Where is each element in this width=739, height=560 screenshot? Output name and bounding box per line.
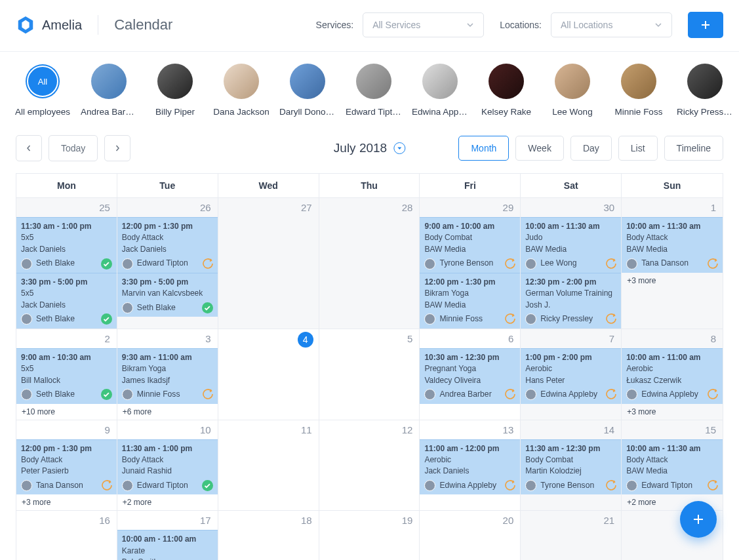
prev-button[interactable] xyxy=(16,135,42,161)
employee-item[interactable]: Edwina Appleby xyxy=(416,64,464,117)
calendar-day[interactable]: 11 xyxy=(218,420,319,511)
calendar-day[interactable]: 19 xyxy=(319,511,420,560)
calendar-event[interactable]: 11:00 am - 12:00 pmAerobicJack DanielsEd… xyxy=(420,439,520,495)
calendar-event[interactable]: 11:30 am - 12:30 pmBody CombatMartin Kol… xyxy=(521,439,621,495)
calendar-day[interactable]: 27 xyxy=(218,198,319,329)
employee-mini-avatar xyxy=(122,389,133,400)
employee-item[interactable]: Kelsey Rake xyxy=(482,64,530,117)
calendar-day[interactable]: 28 xyxy=(319,198,420,329)
event-client: Bob Smith xyxy=(122,557,213,560)
day-number: 12 xyxy=(319,420,420,439)
calendar-event[interactable]: 10:00 am - 11:00 amKarateBob Smith xyxy=(117,530,218,560)
calendar-day[interactable]: 1411:30 am - 12:30 pmBody CombatMartin K… xyxy=(521,420,622,511)
employee-mini-avatar xyxy=(122,258,133,270)
calendar-day[interactable]: 2612:00 pm - 1:30 pmBody AttackJack Dani… xyxy=(117,198,218,329)
calendar-day[interactable]: 1710:00 am - 11:00 amKarateBob Smith xyxy=(117,511,218,560)
employee-item[interactable]: Lee Wong xyxy=(548,64,597,117)
locations-select[interactable]: All Locations xyxy=(551,12,672,37)
more-events-link[interactable]: +3 more xyxy=(622,404,723,420)
more-events-link[interactable]: +2 more xyxy=(117,494,218,510)
period-text: July 2018 xyxy=(334,141,387,155)
event-title: Aerobic xyxy=(525,363,616,374)
calendar-event[interactable]: 12:00 pm - 1:30 pmBikram YogaBAW MediaMi… xyxy=(420,273,520,329)
more-events-link[interactable]: +3 more xyxy=(16,494,117,510)
calendar-day[interactable]: 18 xyxy=(218,511,319,560)
more-events-link[interactable]: +10 more xyxy=(16,404,117,420)
view-tab-month[interactable]: Month xyxy=(458,136,509,161)
period-dropdown[interactable] xyxy=(393,142,405,154)
calendar-event[interactable]: 10:00 am - 11:00 amAerobicŁukasz Czerwik… xyxy=(622,348,723,404)
calendar-day[interactable]: 2511:30 am - 1:00 pm5x5Jack DanielsSeth … xyxy=(16,198,117,329)
employee-item[interactable]: Ricky Pressley xyxy=(681,64,729,117)
today-button[interactable]: Today xyxy=(49,135,98,161)
event-employee: Minnie Foss xyxy=(137,389,198,401)
calendar-day[interactable]: 20 xyxy=(420,511,521,560)
calendar-event[interactable]: 3:30 pm - 5:00 pmMarvin van KalcvsbeekSe… xyxy=(117,273,218,317)
add-button[interactable] xyxy=(688,12,723,38)
view-tab-list[interactable]: List xyxy=(618,136,658,161)
event-time: 10:30 am - 12:30 pm xyxy=(424,352,515,363)
calendar-day[interactable]: 39:30 am - 11:00 amBikram YogaJames Ikad… xyxy=(117,329,218,420)
event-title: Body Combat xyxy=(424,232,515,243)
event-employee: Seth Blake xyxy=(36,258,97,270)
view-tab-timeline[interactable]: Timeline xyxy=(664,136,723,161)
calendar-day[interactable]: 12 xyxy=(319,420,420,511)
employee-item[interactable]: Edward Tipton xyxy=(350,64,398,117)
employee-item[interactable]: Dana Jackson xyxy=(217,64,266,117)
more-events-link[interactable]: +3 more xyxy=(622,273,723,289)
calendar-event[interactable]: 12:00 pm - 1:30 pmBody AttackJack Daniel… xyxy=(117,217,218,273)
calendar-grid: MonTueWedThuFriSatSun 2511:30 am - 1:00 … xyxy=(16,173,723,560)
event-time: 11:30 am - 12:30 pm xyxy=(525,443,616,454)
employee-item[interactable]: Andrea Barber xyxy=(85,64,133,117)
calendar-day[interactable]: 810:00 am - 11:00 amAerobicŁukasz Czerwi… xyxy=(622,329,723,420)
employee-item[interactable]: Billy Piper xyxy=(151,64,199,117)
calendar-day[interactable]: 1311:00 am - 12:00 pmAerobicJack Daniels… xyxy=(420,420,521,511)
calendar-day[interactable]: 29:00 am - 10:30 am5x5Bill MallockSeth B… xyxy=(16,329,117,420)
logo[interactable]: Amelia xyxy=(16,15,82,35)
employee-item[interactable]: Minnie Foss xyxy=(614,64,663,117)
calendar-event[interactable]: 9:00 am - 10:30 am5x5Bill MallockSeth Bl… xyxy=(16,348,117,404)
calendar-event[interactable]: 10:30 am - 12:30 pmPregnant YogaValdecy … xyxy=(420,348,520,404)
calendar-day[interactable]: 4 xyxy=(218,329,319,420)
calendar-day[interactable]: 5 xyxy=(319,329,420,420)
calendar-day[interactable]: 110:00 am - 11:30 amBody AttackBAW Media… xyxy=(622,198,723,329)
calendar-day[interactable]: 912:00 pm - 1:30 pmBody AttackPeter Pasi… xyxy=(16,420,117,511)
more-events-link[interactable]: +6 more xyxy=(117,404,218,420)
calendar-event[interactable]: 11:30 am - 1:00 pm5x5Jack DanielsSeth Bl… xyxy=(16,217,117,273)
calendar-day[interactable]: 1510:00 am - 11:30 amBody AttackBAW Medi… xyxy=(622,420,723,511)
calendar-event[interactable]: 1:00 pm - 2:00 pmAerobicHans PeterEdwina… xyxy=(521,348,621,404)
employee-mini-avatar xyxy=(424,313,435,325)
plus-icon xyxy=(692,513,705,526)
fab-add-button[interactable] xyxy=(680,501,717,538)
calendar-event[interactable]: 3:30 pm - 5:00 pm5x5Jack DanielsSeth Bla… xyxy=(16,273,117,329)
calendar-event[interactable]: 10:00 am - 11:30 amJudoBAW MediaLee Wong xyxy=(521,217,621,273)
calendar-day[interactable]: 299:00 am - 10:00 amBody CombatBAW Media… xyxy=(420,198,521,329)
calendar-day[interactable]: 1011:30 am - 1:00 pmBody AttackJunaid Ra… xyxy=(117,420,218,511)
calendar-event[interactable]: 9:30 am - 11:00 amBikram YogaJames Ikads… xyxy=(117,348,218,404)
employee-item[interactable]: Daryll Donovan xyxy=(283,64,332,117)
calendar-event[interactable]: 12:00 pm - 1:30 pmBody AttackPeter Pasie… xyxy=(16,439,117,495)
calendar-event[interactable]: 9:00 am - 10:00 amBody CombatBAW MediaTy… xyxy=(420,217,520,273)
event-title: 5x5 xyxy=(21,232,112,243)
next-button[interactable] xyxy=(104,135,130,161)
calendar-day[interactable]: 16 xyxy=(16,511,117,560)
view-tab-week[interactable]: Week xyxy=(515,136,564,161)
calendar-day[interactable]: 21 xyxy=(521,511,622,560)
calendar-event[interactable]: 10:00 am - 11:30 amBody AttackBAW MediaT… xyxy=(622,217,723,273)
pending-icon xyxy=(707,480,718,491)
employee-name: Minnie Foss xyxy=(615,107,663,117)
view-tab-day[interactable]: Day xyxy=(570,136,612,161)
calendar-day[interactable]: 3010:00 am - 11:30 amJudoBAW MediaLee Wo… xyxy=(521,198,622,329)
calendar-day[interactable]: 610:30 am - 12:30 pmPregnant YogaValdecy… xyxy=(420,329,521,420)
calendar-event[interactable]: 12:30 pm - 2:00 pmGerman Volume Training… xyxy=(521,273,621,329)
calendar-event[interactable]: 10:00 am - 11:30 amBody AttackBAW MediaE… xyxy=(622,439,723,495)
services-select[interactable]: All Services xyxy=(363,12,484,37)
calendar-event[interactable]: 11:30 am - 1:00 pmBody AttackJunaid Rash… xyxy=(117,439,218,495)
calendar-day[interactable]: 71:00 pm - 2:00 pmAerobicHans PeterEdwin… xyxy=(521,329,622,420)
event-time: 12:30 pm - 2:00 pm xyxy=(525,277,616,288)
employee-avatar xyxy=(422,64,458,99)
dow-header: Sun xyxy=(622,174,723,197)
employee-avatar xyxy=(489,64,524,99)
page-title: Calendar xyxy=(114,16,172,33)
employee-item[interactable]: AllAll employees xyxy=(18,64,67,117)
